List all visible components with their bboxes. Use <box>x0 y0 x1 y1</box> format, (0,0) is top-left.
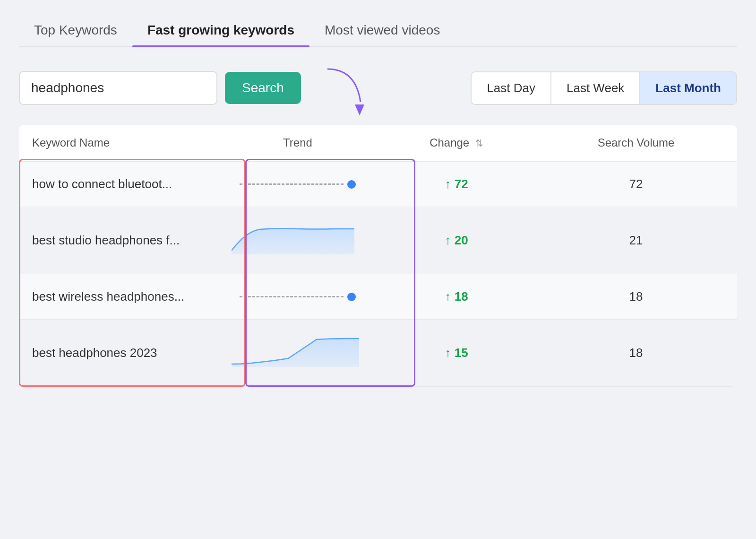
search-row: Search Last Day Last Week Last Month <box>19 64 737 112</box>
volume-cell: 72 <box>535 161 737 207</box>
col-header-change: Change ⇅ <box>378 125 535 161</box>
volume-cell: 18 <box>535 320 737 387</box>
tab-top-keywords[interactable]: Top Keywords <box>19 14 132 46</box>
table-row: best headphones 2023 <box>19 320 737 387</box>
search-input[interactable] <box>19 71 217 105</box>
change-up-arrow: ↑ <box>445 289 454 304</box>
dashed-line <box>240 296 344 297</box>
table-row: best studio headphones f... <box>19 207 737 274</box>
arrow-annotation <box>313 64 370 112</box>
trend-cell <box>217 320 378 387</box>
trend-cell <box>217 207 378 274</box>
trend-dot <box>347 293 356 301</box>
keyword-cell: best wireless headphones... <box>19 274 217 320</box>
svg-marker-0 <box>355 104 364 115</box>
tab-fast-growing[interactable]: Fast growing keywords <box>132 14 309 46</box>
col-header-keyword: Keyword Name <box>19 125 217 161</box>
time-btn-last-week[interactable]: Last Week <box>551 72 640 104</box>
tab-bar: Top Keywords Fast growing keywords Most … <box>19 14 737 47</box>
time-btn-last-month[interactable]: Last Month <box>640 72 736 104</box>
data-table-wrapper: Keyword Name Trend Change ⇅ Search Volum… <box>19 125 737 387</box>
filter-icon[interactable]: ⇅ <box>475 138 483 149</box>
col-header-volume: Search Volume <box>535 125 737 161</box>
change-cell: ↑ 18 <box>378 274 535 320</box>
change-up-arrow: ↑ <box>445 346 454 360</box>
search-button[interactable]: Search <box>225 72 301 104</box>
dashed-line <box>240 183 344 185</box>
change-cell: ↑ 15 <box>378 320 535 387</box>
change-up-arrow: ↑ <box>445 177 454 191</box>
trend-dashed-line <box>231 293 365 301</box>
table-row: how to connect bluetoot... ↑ 72 72 <box>19 161 737 207</box>
keyword-cell: best headphones 2023 <box>19 320 217 387</box>
change-cell: ↑ 20 <box>378 207 535 274</box>
table-container: Keyword Name Trend Change ⇅ Search Volum… <box>19 125 737 387</box>
trend-area-chart <box>232 335 364 368</box>
trend-cell <box>217 274 378 320</box>
volume-cell: 21 <box>535 207 737 274</box>
keywords-table: Keyword Name Trend Change ⇅ Search Volum… <box>19 125 737 387</box>
trend-dashed-line <box>231 180 365 189</box>
change-up-arrow: ↑ <box>445 233 454 247</box>
keyword-cell: how to connect bluetoot... <box>19 161 217 207</box>
col-header-trend: Trend <box>217 125 378 161</box>
change-cell: ↑ 72 <box>378 161 535 207</box>
trend-cell <box>217 161 378 207</box>
trend-area-chart <box>232 222 364 255</box>
keyword-cell: best studio headphones f... <box>19 207 217 274</box>
time-btn-last-day[interactable]: Last Day <box>472 72 551 104</box>
page-container: Top Keywords Fast growing keywords Most … <box>0 0 756 401</box>
tab-most-viewed[interactable]: Most viewed videos <box>309 14 455 46</box>
trend-dot <box>347 180 356 189</box>
table-row: best wireless headphones... ↑ 18 18 <box>19 274 737 320</box>
time-filter-group: Last Day Last Week Last Month <box>471 71 737 105</box>
volume-cell: 18 <box>535 274 737 320</box>
table-header-row: Keyword Name Trend Change ⇅ Search Volum… <box>19 125 737 161</box>
